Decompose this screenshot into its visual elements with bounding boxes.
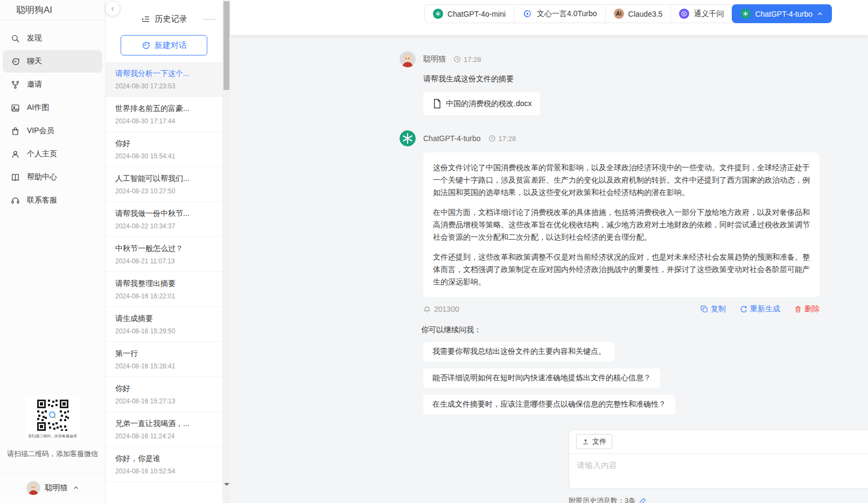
history-item[interactable]: 请帮我做一份中秋节... 2024-08-22 10:34:37	[106, 202, 222, 237]
bell-icon	[423, 305, 431, 313]
history-title: 历史记录	[155, 14, 187, 24]
header-dash	[203, 19, 216, 20]
edit-icon[interactable]	[639, 497, 647, 503]
history-count-note: 附带历史消息数：3条	[569, 496, 826, 503]
qr-caption: 请扫描二维码，添加客服微信	[0, 449, 105, 459]
collapse-panel-button[interactable]	[106, 2, 120, 16]
tab-chatgpt-4-turbo[interactable]: ChatGPT-4-turbo	[732, 4, 832, 23]
sender-name: 聪明猫	[423, 54, 446, 64]
tab-chatgpt-4o-mini[interactable]: ChatGPT-4o-mini	[425, 5, 514, 23]
attached-file-chip[interactable]: 中国的消费税的税改.docx	[423, 92, 540, 115]
suggestion-list: 我需要你帮我总结出这份文件的主要内容和关键点。 能否详细说明如何在短时间内快速准…	[423, 342, 826, 414]
file-name: 中国的消费税的税改.docx	[446, 99, 531, 109]
history-header: 历史记录	[106, 0, 222, 24]
branch-icon	[11, 80, 20, 89]
message-input[interactable]	[569, 454, 868, 488]
clock-icon	[488, 135, 496, 142]
history-item[interactable]: 请生成摘要 2024-08-16 15:29:50	[106, 307, 222, 342]
history-item[interactable]: 兄弟一直让我喝酒，... 2024-08-16 11:24:24	[106, 412, 222, 447]
app-window: 聪明狗AI 发现 聊天 邀请 AI作图 VIP会员	[0, 0, 868, 503]
history-item[interactable]: 世界排名前五的富豪... 2024-08-30 17:17:44	[106, 97, 222, 132]
history-item[interactable]: 第一行 2024-08-16 15:28:41	[106, 342, 222, 377]
claude-icon: A\	[614, 9, 624, 19]
qr-caption-small: 请扫描二维码，添加客服微信	[27, 434, 78, 439]
history-item[interactable]: 请帮我整理出摘要 2024-08-16 16:22:01	[106, 272, 222, 307]
sidebar-item-label: 邀请	[27, 80, 42, 89]
history-item[interactable]: 你好 2024-08-30 15:54:41	[106, 132, 222, 167]
document-icon	[432, 99, 442, 109]
scrollbar-down-arrow[interactable]	[224, 483, 229, 486]
tab-wenxinyiyan[interactable]: 文心一言4.0Turbo	[514, 5, 606, 23]
history-item[interactable]: 中秋节一般怎么过？ 2024-08-21 11:07:13	[106, 237, 222, 272]
wenxin-icon	[522, 9, 533, 19]
delete-button[interactable]: 删除	[794, 304, 820, 314]
message-time: 17:28	[453, 55, 481, 64]
history-scrollbar[interactable]	[222, 0, 230, 503]
qr-section: 请扫描二维码，添加客服微信 请扫描二维码，添加客服微信	[0, 396, 105, 459]
sidebar-item-ai-draw[interactable]: AI作图	[3, 96, 102, 119]
assistant-paragraph: 在中国方面，文档详细讨论了消费税改革的具体措施，包括将消费税收入一部分下放给地方…	[433, 206, 810, 243]
user-message: 聪明猫 17:28 请帮我生成这份文件的摘要 中国的消费税的税改.docx	[400, 51, 826, 115]
message-actions: 复制 重新生成 删除	[701, 304, 820, 314]
account-menu[interactable]: 聪明猫	[0, 472, 105, 503]
main-area: ChatGPT-4o-mini 文心一言4.0Turbo A\ Claude3.…	[230, 0, 868, 503]
new-chat-bubble-icon	[141, 41, 150, 50]
suggestion-chip[interactable]: 我需要你帮我总结出这份文件的主要内容和关键点。	[423, 342, 615, 361]
history-panel: 历史记录 新建对话 请帮我分析一下这个... 2024-08-30 17:23:…	[106, 0, 222, 503]
upload-icon	[582, 438, 589, 445]
copy-icon	[701, 305, 708, 313]
sidebar-item-help[interactable]: 帮助中心	[3, 166, 102, 188]
sidebar-item-profile[interactable]: 个人主页	[3, 143, 102, 165]
regenerate-button[interactable]: 重新生成	[740, 304, 780, 314]
suggestion-chip[interactable]: 在生成文件摘要时，应该注意哪些要点以确保信息的完整性和准确性？	[423, 395, 675, 414]
chat-bubble-icon	[11, 57, 20, 66]
account-name: 聪明猫	[45, 483, 68, 493]
message-time: 17:28	[488, 135, 516, 143]
sidebar: 聪明狗AI 发现 聊天 邀请 AI作图 VIP会员	[0, 0, 106, 503]
scrollbar-thumb[interactable]	[223, 1, 229, 90]
history-list: 请帮我分析一下这个... 2024-08-30 17:23:53 世界排名前五的…	[106, 62, 222, 503]
sidebar-item-label: 个人主页	[27, 149, 57, 159]
history-item[interactable]: 你好 2024-08-16 15:27:13	[106, 377, 222, 412]
chat-scroll-area[interactable]: 聪明猫 17:28 请帮我生成这份文件的摘要 中国的消费税的税改.docx	[230, 35, 868, 503]
app-logo: 聪明狗AI	[0, 0, 105, 20]
composer-toolbar: 文件	[569, 430, 868, 454]
history-item[interactable]: 请帮我分析一下这个... 2024-08-30 17:23:53	[106, 62, 222, 97]
sidebar-item-support[interactable]: 联系客服	[3, 189, 102, 212]
sidebar-item-label: AI作图	[27, 103, 49, 113]
bag-icon	[11, 127, 20, 136]
copy-button[interactable]: 复制	[701, 304, 726, 314]
sidebar-item-chat[interactable]: 聊天	[3, 50, 102, 73]
sidebar-item-label: 联系客服	[27, 195, 57, 205]
assistant-message-bubble: 这份文件讨论了中国消费税改革的背景和影响，以及全球政治经济环境中的一些变动。文件…	[423, 152, 820, 297]
composer: 文件	[569, 429, 868, 489]
history-item[interactable]: 人工智能可以帮我们... 2024-08-23 10:27:50	[106, 167, 222, 202]
sidebar-item-label: VIP会员	[27, 126, 54, 136]
openai-icon	[433, 9, 443, 19]
model-tab-bar: ChatGPT-4o-mini 文心一言4.0Turbo A\ Claude3.…	[230, 0, 868, 35]
new-chat-button[interactable]: 新建对话	[121, 35, 207, 55]
person-icon	[11, 150, 20, 159]
tab-tongyi-qianwen[interactable]: 通义千问	[671, 5, 732, 23]
history-item[interactable]: 你好，你是谁 2024-08-16 10:52:54	[106, 447, 222, 482]
tab-claude-3-5[interactable]: A\ Claude3.5	[606, 5, 671, 23]
openai-icon	[740, 9, 751, 19]
assistant-message: ChatGPT-4-turbo 17:28 这份文件讨论了中国消费税改革的背景和…	[400, 130, 826, 414]
refresh-icon	[740, 305, 747, 313]
sidebar-item-vip[interactable]: VIP会员	[3, 120, 102, 142]
chevron-up-icon	[817, 11, 823, 17]
chevron-up-icon	[73, 485, 79, 491]
user-avatar	[400, 51, 416, 67]
qr-code-image	[36, 399, 69, 432]
sidebar-item-label: 聊天	[27, 57, 42, 66]
sender-name: ChatGPT-4-turbo	[423, 134, 481, 143]
sidebar-item-discover[interactable]: 发现	[3, 27, 102, 50]
history-list-icon	[141, 15, 150, 24]
token-count: 201300	[423, 305, 459, 313]
model-tab-group: ChatGPT-4o-mini 文心一言4.0Turbo A\ Claude3.…	[424, 4, 832, 23]
user-avatar	[26, 481, 40, 495]
suggestion-chip[interactable]: 能否详细说明如何在短时间内快速准确地提炼出文件的核心信息？	[423, 368, 660, 388]
assistant-paragraph: 这份文件讨论了中国消费税改革的背景和影响，以及全球政治经济环境中的一些变动。文件…	[433, 162, 810, 199]
upload-file-button[interactable]: 文件	[576, 434, 612, 449]
sidebar-item-invite[interactable]: 邀请	[3, 73, 102, 96]
